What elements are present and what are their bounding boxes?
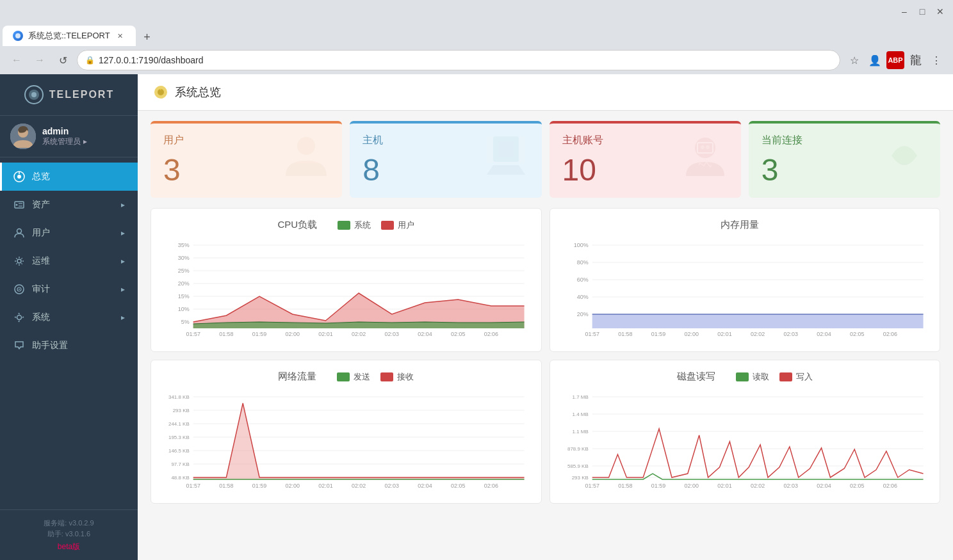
url-bar[interactable]: 🔒 127.0.0.1:7190/dashboard [77,50,840,70]
svg-text:02:01: 02:01 [717,483,731,489]
active-tab[interactable]: 系统总览::TELEPORT ✕ [3,26,136,46]
svg-text:02:00: 02:00 [684,331,698,337]
browser-chrome: – □ ✕ 系统总览::TELEPORT ✕ + ← → ↺ 🔒 127.0.0… [0,0,953,74]
stat-card-hosts: 主机 8 [350,121,541,198]
sidebar-item-assistant[interactable]: 助手设置 [0,332,138,360]
hosts-bg-icon [480,130,532,191]
disk-chart-title-row: 磁盘读写 读取 写入 [560,371,930,383]
svg-point-27 [701,145,705,149]
user-name: admin [42,126,87,136]
sidebar-item-audit[interactable]: 审计 ▸ [0,275,138,303]
stat-card-users: 用户 3 [151,121,342,198]
tab-bar: 系统总览::TELEPORT ✕ + [0,23,953,46]
sidebar-item-ops[interactable]: 运维 ▸ [0,247,138,275]
svg-text:293 KB: 293 KB [173,408,190,413]
system-arrow-icon: ▸ [121,313,125,322]
svg-point-18 [19,289,20,290]
svg-text:02:04: 02:04 [817,331,831,337]
connections-bg-icon [879,130,930,191]
svg-text:02:05: 02:05 [849,483,863,489]
page-header: 系统总览 [138,74,953,111]
users-bg-icon [281,130,332,191]
svg-text:01:57: 01:57 [585,331,599,337]
svg-text:02:03: 02:03 [783,483,797,489]
extension-button[interactable]: 龍 [907,51,925,69]
assistant-version: 助手: v3.0.1.6 [10,529,127,540]
svg-point-22 [297,137,315,155]
network-legend-recv: 接收 [380,371,414,383]
cpu-legend-green-dot [338,221,350,230]
sidebar-item-users[interactable]: 用户 ▸ [0,219,138,247]
svg-text:02:00: 02:00 [286,331,300,337]
svg-text:01:58: 01:58 [219,483,233,489]
disk-legend-read: 读取 [736,371,769,383]
cpu-legend-user-label: 用户 [398,220,414,231]
user-info: admin 系统管理员 ▸ [42,126,87,147]
page-header-icon [153,84,168,100]
ops-arrow-icon: ▸ [121,257,125,266]
sidebar-item-overview[interactable]: 总览 [0,163,138,191]
sidebar-item-system[interactable]: 系统 ▸ [0,303,138,332]
charts-row-bottom: 网络流量 发送 接收 [151,360,940,504]
svg-text:01:58: 01:58 [618,483,632,489]
address-bar: ← → ↺ 🔒 127.0.0.1:7190/dashboard ☆ 👤 ABP… [0,46,953,74]
tab-close-button[interactable]: ✕ [115,31,126,41]
svg-point-19 [17,316,22,320]
content-area: 用户 3 主机 8 [138,111,953,560]
svg-text:341.8 KB: 341.8 KB [168,394,190,400]
svg-text:02:05: 02:05 [451,331,465,337]
sidebar-item-system-label: 系统 [32,312,115,323]
network-legend-recv-label: 接收 [397,371,414,383]
svg-text:15%: 15% [178,293,190,300]
new-tab-button[interactable]: + [138,28,156,46]
svg-text:293 KB: 293 KB [571,475,588,481]
svg-text:878.9 KB: 878.9 KB [567,446,589,452]
overview-icon [13,170,26,183]
close-button[interactable]: ✕ [935,6,945,17]
menu-button[interactable]: ⋮ [927,51,945,69]
abp-button[interactable]: ABP [886,51,904,69]
memory-chart-svg: 100% 80% 60% 40% 20% 01:57 01:58 01:59 [560,239,930,341]
svg-text:02:04: 02:04 [418,331,432,337]
sidebar-item-assets-label: 资产 [32,199,115,211]
user-role: 系统管理员 ▸ [42,136,87,147]
sidebar-item-audit-label: 审计 [32,284,115,295]
svg-text:1.7 MB: 1.7 MB [572,394,588,400]
svg-text:02:04: 02:04 [418,483,432,489]
bookmark-button[interactable]: ☆ [845,51,863,69]
cpu-chart-container: 35% 30% 25% 20% 15% 10% 5% [161,239,531,341]
sidebar-item-assets[interactable]: 资产 ▸ [0,191,138,219]
svg-text:02:03: 02:03 [385,483,399,489]
assets-icon [13,198,26,211]
network-legend-send: 发送 [337,371,370,383]
assistant-icon [13,339,26,352]
svg-text:40%: 40% [576,294,588,300]
svg-point-28 [706,145,710,149]
system-icon [13,311,26,324]
network-chart-title-row: 网络流量 发送 接收 [161,371,531,383]
svg-text:02:00: 02:00 [286,483,300,489]
reload-button[interactable]: ↺ [54,51,72,69]
svg-text:02:01: 02:01 [717,331,731,337]
svg-text:02:01: 02:01 [318,483,332,489]
profile-button[interactable]: 👤 [866,51,884,69]
stat-card-connections: 当前连接 3 [749,121,940,198]
cpu-legend-system-label: 系统 [354,220,371,231]
back-button[interactable]: ← [8,51,26,69]
maximize-button[interactable]: □ [917,6,927,17]
svg-point-11 [16,204,18,206]
sidebar-item-assistant-label: 助手设置 [32,340,125,351]
lock-icon: 🔒 [85,56,95,65]
minimize-button[interactable]: – [899,6,909,17]
svg-point-15 [17,259,21,263]
svg-point-14 [17,229,22,234]
teleport-logo-icon [24,84,44,105]
network-legend-red-dot [380,372,393,381]
tab-title: 系统总览::TELEPORT [28,30,110,42]
forward-button[interactable]: → [31,51,49,69]
svg-text:585.9 KB: 585.9 KB [567,463,589,469]
network-legend-send-label: 发送 [354,371,370,383]
sidebar-user: admin 系统管理员 ▸ [0,116,138,157]
svg-text:97.7 KB: 97.7 KB [171,461,189,467]
disk-legend-write: 写入 [779,371,813,383]
